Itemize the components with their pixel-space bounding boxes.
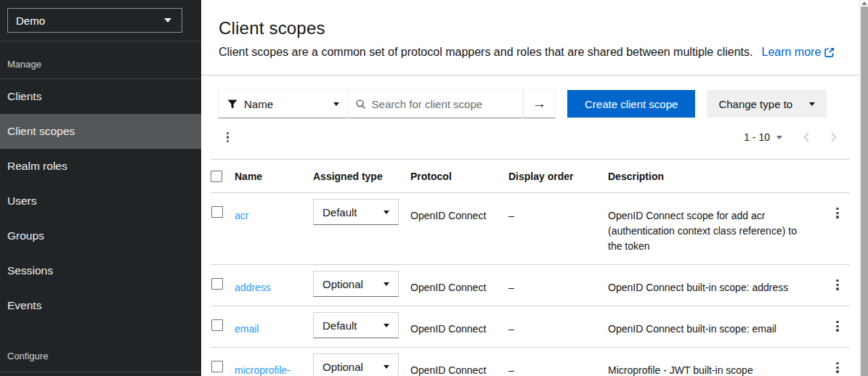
- chevron-right-icon: [830, 132, 837, 142]
- search-submit-button[interactable]: →: [523, 89, 556, 118]
- sidebar-item-label: Realm roles: [7, 160, 68, 173]
- pagination-prev-button[interactable]: [803, 132, 810, 142]
- filter-type-label: Name: [244, 98, 333, 110]
- protocol-cell: OpenID Connect: [410, 193, 508, 234]
- sidebar-item-label: Sessions: [7, 264, 53, 277]
- row-kebab-button[interactable]: [825, 275, 850, 295]
- chevron-left-icon: [803, 132, 810, 142]
- pagination-range-label: 1 - 10: [744, 131, 770, 143]
- chevron-down-icon: [809, 102, 815, 106]
- column-header-protocol: Protocol: [410, 160, 508, 192]
- assigned-type-select[interactable]: Optional: [313, 353, 399, 376]
- display-order-cell: –: [508, 348, 608, 376]
- nav-section-label-manage: Manage: [0, 41, 201, 79]
- chevron-down-icon: [384, 324, 389, 327]
- row-checkbox[interactable]: [211, 278, 223, 290]
- search-filter-group: Name →: [218, 89, 556, 118]
- row-checkbox[interactable]: [211, 206, 223, 218]
- protocol-cell: OpenID Connect: [410, 348, 508, 376]
- sidebar-item-label: Events: [7, 299, 41, 312]
- row-checkbox[interactable]: [211, 361, 223, 372]
- description-cell: OpenID Connect built-in scope: email: [608, 306, 815, 347]
- change-type-dropdown[interactable]: Change type to: [707, 90, 827, 118]
- assigned-type-value: Optional: [323, 278, 363, 290]
- chevron-down-icon: [333, 102, 339, 106]
- realm-name: Demo: [16, 15, 45, 27]
- description-cell: Microprofile - JWT built-in scope: [608, 348, 815, 376]
- filter-type-dropdown[interactable]: Name: [218, 89, 349, 118]
- display-order-cell: –: [508, 306, 608, 347]
- chevron-down-icon: [384, 282, 389, 286]
- search-box: [349, 89, 523, 118]
- client-scopes-table: Name Assigned type Protocol Display orde…: [211, 159, 850, 376]
- learn-more-link[interactable]: Learn more: [762, 46, 835, 58]
- sidebar-item-label: Clients: [7, 90, 41, 103]
- row-kebab-button[interactable]: [825, 358, 850, 376]
- sidebar-item-groups[interactable]: Groups: [0, 218, 201, 253]
- scope-name-link[interactable]: email: [235, 322, 259, 337]
- chevron-down-icon: [164, 18, 171, 23]
- sidebar-item-label: Client scopes: [7, 125, 75, 138]
- row-kebab-button[interactable]: [825, 203, 850, 223]
- bulk-actions-kebab-button[interactable]: [218, 128, 238, 147]
- pagination-range-dropdown[interactable]: 1 - 10: [744, 131, 782, 143]
- assigned-type-select[interactable]: Default: [313, 199, 399, 225]
- assigned-type-select[interactable]: Optional: [313, 271, 399, 297]
- realm-selector-dropdown[interactable]: Demo: [7, 8, 182, 33]
- table-row: microprofile-jwt Optional OpenID Connect…: [211, 348, 850, 376]
- sidebar-item-sessions[interactable]: Sessions: [0, 253, 201, 288]
- table-row: address Optional OpenID Connect – OpenID…: [211, 265, 850, 306]
- search-icon: [356, 99, 366, 110]
- page-header: Client scopes Client scopes are a common…: [201, 0, 859, 75]
- display-order-cell: –: [508, 193, 608, 234]
- filter-icon: [227, 99, 238, 109]
- pagination-next-button[interactable]: [830, 132, 837, 142]
- sidebar-item-users[interactable]: Users: [0, 184, 201, 218]
- row-kebab-button[interactable]: [825, 316, 850, 336]
- search-input[interactable]: [372, 98, 515, 110]
- pagination: 1 - 10: [744, 131, 837, 143]
- protocol-cell: OpenID Connect: [410, 265, 508, 306]
- scroll-up-arrow-icon[interactable]: [861, 1, 867, 5]
- description-cell: OpenID Connect built-in scope: address: [608, 265, 815, 306]
- column-header-name: Name: [235, 160, 313, 192]
- page-description: Client scopes are a common set of protoc…: [219, 46, 842, 59]
- sidebar-item-clients[interactable]: Clients: [0, 79, 201, 114]
- assigned-type-select[interactable]: Default: [313, 312, 399, 338]
- external-link-icon: [824, 47, 835, 57]
- chevron-down-icon: [384, 211, 389, 214]
- description-cell: OpenID Connect scope for add acr (authen…: [608, 193, 815, 264]
- sidebar-item-label: Users: [7, 195, 36, 208]
- table-header-row: Name Assigned type Protocol Display orde…: [211, 159, 850, 193]
- realm-selector-block: Demo: [0, 0, 201, 41]
- row-checkbox[interactable]: [211, 319, 223, 331]
- sidebar-item-events[interactable]: Events: [0, 288, 201, 323]
- sidebar-item-realm-roles[interactable]: Realm roles: [0, 149, 201, 184]
- table-row: email Default OpenID Connect – OpenID Co…: [211, 306, 850, 348]
- assigned-type-value: Default: [323, 319, 357, 332]
- keycloak-admin-console: Demo Manage Clients Client scopes Realm …: [0, 0, 868, 376]
- sidebar-item-label: Groups: [7, 229, 44, 242]
- page-title: Client scopes: [219, 18, 842, 38]
- column-header-assigned-type: Assigned type: [313, 160, 410, 192]
- sidebar: Demo Manage Clients Client scopes Realm …: [0, 0, 201, 376]
- column-header-description: Description: [608, 160, 815, 192]
- assigned-type-value: Default: [323, 206, 357, 218]
- scrollbar-thumb[interactable]: [861, 7, 868, 376]
- select-all-checkbox[interactable]: [211, 171, 222, 182]
- sidebar-item-client-scopes[interactable]: Client scopes: [0, 114, 201, 149]
- table-toolbar-secondary: 1 - 10: [218, 124, 837, 150]
- display-order-cell: –: [508, 265, 608, 306]
- column-header-display-order: Display order: [508, 160, 608, 192]
- scope-name-link[interactable]: acr: [235, 208, 248, 224]
- scope-name-link[interactable]: address: [235, 280, 271, 295]
- assigned-type-value: Optional: [323, 361, 363, 373]
- table-row: acr Default OpenID Connect – OpenID Conn…: [211, 193, 850, 265]
- change-type-label: Change type to: [718, 98, 792, 110]
- learn-more-label: Learn more: [762, 46, 822, 58]
- chevron-down-icon: [776, 136, 782, 139]
- scope-name-link[interactable]: microprofile-jwt: [235, 363, 301, 376]
- vertical-scrollbar[interactable]: [859, 0, 868, 376]
- create-client-scope-button[interactable]: Create client scope: [567, 90, 695, 118]
- page-description-text: Client scopes are a common set of protoc…: [219, 46, 753, 58]
